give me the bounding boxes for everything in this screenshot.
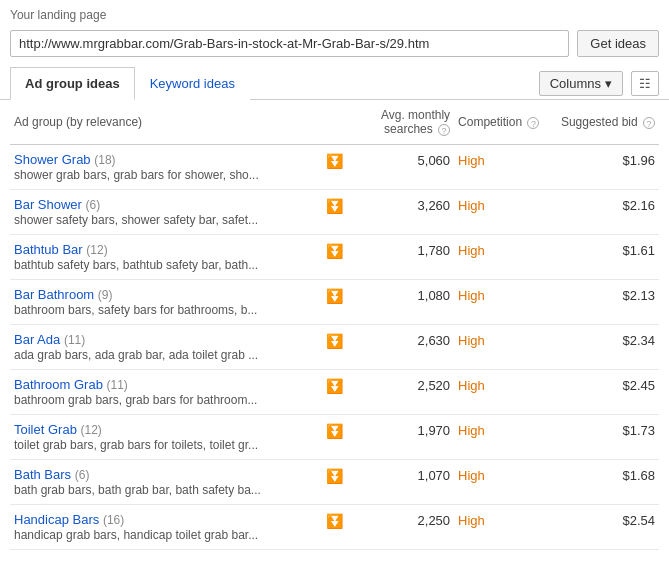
bid-cell: $1.96: [551, 145, 659, 190]
trend-icon[interactable]: ⏬: [326, 333, 343, 349]
trend-cell: ⏬: [322, 145, 358, 190]
columns-label: Columns: [550, 76, 601, 91]
ad-group-desc: bath grab bars, bath grab bar, bath safe…: [14, 483, 318, 497]
searches-cell: 1,970: [358, 415, 454, 460]
ad-group-name[interactable]: Bar Bathroom: [14, 287, 94, 302]
ad-group-count: (6): [75, 468, 90, 482]
table-row: Bar Shower (6) shower safety bars, showe…: [10, 190, 659, 235]
table-row: Toilet Grab (12) toilet grab bars, grab …: [10, 415, 659, 460]
searches-cell: 3,260: [358, 190, 454, 235]
ad-group-count: (11): [107, 378, 128, 392]
ad-group-cell: Shower Grab (18) shower grab bars, grab …: [10, 145, 322, 190]
competition-cell: High: [454, 145, 550, 190]
trend-icon[interactable]: ⏬: [326, 423, 343, 439]
competition-help-icon[interactable]: ?: [527, 117, 539, 129]
searches-cell: 2,520: [358, 370, 454, 415]
ad-group-cell: Bath Bars (6) bath grab bars, bath grab …: [10, 460, 322, 505]
ad-group-count: (12): [81, 423, 102, 437]
searches-cell: 5,060: [358, 145, 454, 190]
ad-group-name[interactable]: Bathtub Bar: [14, 242, 83, 257]
competition-cell: High: [454, 280, 550, 325]
col-header-searches: Avg. monthly searches ?: [358, 100, 454, 145]
competition-cell: High: [454, 235, 550, 280]
ad-group-table: Ad group (by relevance) Avg. monthly sea…: [10, 100, 659, 550]
table-row: Bathtub Bar (12) bathtub safety bars, ba…: [10, 235, 659, 280]
competition-cell: High: [454, 415, 550, 460]
trend-cell: ⏬: [322, 460, 358, 505]
ad-group-desc: handicap grab bars, handicap toilet grab…: [14, 528, 318, 542]
competition-cell: High: [454, 505, 550, 550]
table-row: Handicap Bars (16) handicap grab bars, h…: [10, 505, 659, 550]
col-header-competition: Competition ?: [454, 100, 550, 145]
tabs-row: Ad group ideas Keyword ideas Columns ▾ ☷: [0, 67, 669, 100]
bid-cell: $1.73: [551, 415, 659, 460]
trend-icon[interactable]: ⏬: [326, 513, 343, 529]
ad-group-name[interactable]: Bath Bars: [14, 467, 71, 482]
trend-icon[interactable]: ⏬: [326, 243, 343, 259]
trend-cell: ⏬: [322, 370, 358, 415]
url-bar-row: Get ideas: [0, 26, 669, 67]
ad-group-count: (6): [86, 198, 101, 212]
searches-cell: 1,780: [358, 235, 454, 280]
ad-group-cell: Toilet Grab (12) toilet grab bars, grab …: [10, 415, 322, 460]
ad-group-desc: shower grab bars, grab bars for shower, …: [14, 168, 318, 182]
table-row: Bar Ada (11) ada grab bars, ada grab bar…: [10, 325, 659, 370]
ad-group-name[interactable]: Bar Ada: [14, 332, 60, 347]
bid-help-icon[interactable]: ?: [643, 117, 655, 129]
trend-icon[interactable]: ⏬: [326, 153, 343, 169]
trend-icon[interactable]: ⏬: [326, 468, 343, 484]
columns-chevron-icon: ▾: [605, 76, 612, 91]
trend-cell: ⏬: [322, 325, 358, 370]
competition-cell: High: [454, 460, 550, 505]
trend-icon[interactable]: ⏬: [326, 288, 343, 304]
searches-cell: 1,070: [358, 460, 454, 505]
ad-group-name[interactable]: Bar Shower: [14, 197, 82, 212]
table-row: Bar Bathroom (9) bathroom bars, safety b…: [10, 280, 659, 325]
ad-group-name[interactable]: Handicap Bars: [14, 512, 99, 527]
tab-keyword-ideas[interactable]: Keyword ideas: [135, 67, 250, 100]
ad-group-desc: shower safety bars, shower safety bar, s…: [14, 213, 318, 227]
bid-cell: $1.68: [551, 460, 659, 505]
ad-group-desc: toilet grab bars, grab bars for toilets,…: [14, 438, 318, 452]
trend-cell: ⏬: [322, 280, 358, 325]
ad-group-name[interactable]: Bathroom Grab: [14, 377, 103, 392]
ad-group-count: (12): [86, 243, 107, 257]
top-label: Your landing page: [0, 0, 669, 26]
competition-cell: High: [454, 325, 550, 370]
ad-group-cell: Bar Shower (6) shower safety bars, showe…: [10, 190, 322, 235]
bid-cell: $2.13: [551, 280, 659, 325]
ad-group-desc: bathtub safety bars, bathtub safety bar,…: [14, 258, 318, 272]
ad-group-count: (9): [98, 288, 113, 302]
ad-group-cell: Bar Ada (11) ada grab bars, ada grab bar…: [10, 325, 322, 370]
ad-group-cell: Bathroom Grab (11) bathroom grab bars, g…: [10, 370, 322, 415]
col-header-adgroup: Ad group (by relevance): [10, 100, 322, 145]
table-row: Bath Bars (6) bath grab bars, bath grab …: [10, 460, 659, 505]
columns-button[interactable]: Columns ▾: [539, 71, 623, 96]
trend-cell: ⏬: [322, 415, 358, 460]
trend-icon[interactable]: ⏬: [326, 378, 343, 394]
trend-cell: ⏬: [322, 235, 358, 280]
searches-cell: 2,250: [358, 505, 454, 550]
col-header-bid: Suggested bid ?: [551, 100, 659, 145]
table-body: Shower Grab (18) shower grab bars, grab …: [10, 145, 659, 550]
ad-group-cell: Bathtub Bar (12) bathtub safety bars, ba…: [10, 235, 322, 280]
bid-cell: $1.61: [551, 235, 659, 280]
tabs-left: Ad group ideas Keyword ideas: [10, 67, 250, 99]
chart-icon-button[interactable]: ☷: [631, 71, 659, 96]
bid-cell: $2.34: [551, 325, 659, 370]
searches-cell: 1,080: [358, 280, 454, 325]
ad-group-name[interactable]: Toilet Grab: [14, 422, 77, 437]
ad-group-count: (16): [103, 513, 124, 527]
ad-group-cell: Bar Bathroom (9) bathroom bars, safety b…: [10, 280, 322, 325]
get-ideas-button[interactable]: Get ideas: [577, 30, 659, 57]
tab-ad-group-ideas[interactable]: Ad group ideas: [10, 67, 135, 100]
trend-icon[interactable]: ⏬: [326, 198, 343, 214]
chart-icon: ☷: [639, 76, 651, 91]
searches-help-icon[interactable]: ?: [438, 124, 450, 136]
table-header-row: Ad group (by relevance) Avg. monthly sea…: [10, 100, 659, 145]
ad-group-name[interactable]: Shower Grab: [14, 152, 91, 167]
ad-group-count: (18): [94, 153, 115, 167]
ad-group-cell: Handicap Bars (16) handicap grab bars, h…: [10, 505, 322, 550]
url-input[interactable]: [10, 30, 569, 57]
table-row: Bathroom Grab (11) bathroom grab bars, g…: [10, 370, 659, 415]
